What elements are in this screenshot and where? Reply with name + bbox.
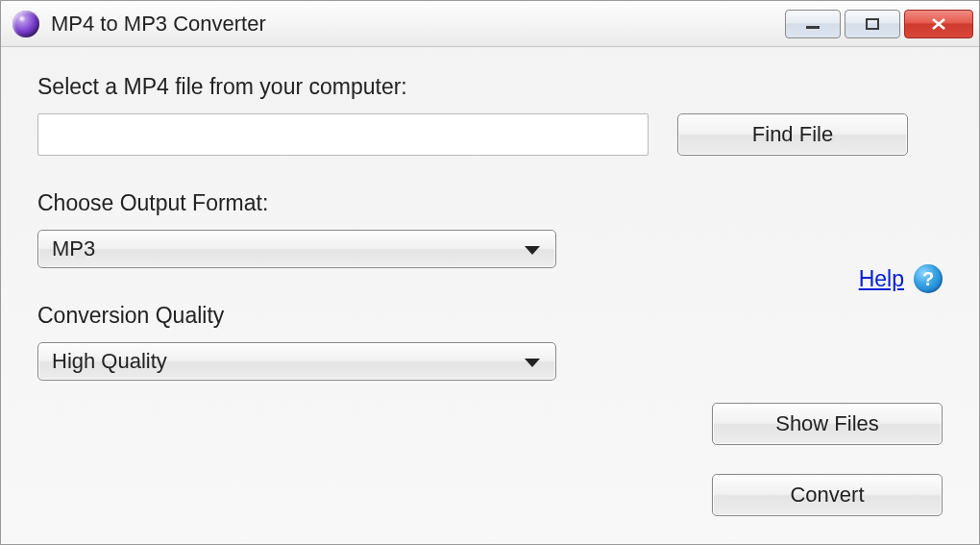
content-area: Select a MP4 file from your computer: Fi… [1, 47, 979, 544]
svg-marker-5 [525, 359, 540, 367]
right-buttons: Show Files Convert [712, 403, 943, 516]
chevron-down-icon [525, 349, 540, 374]
quality-section: Conversion Quality High Quality [37, 303, 943, 381]
format-selected-value: MP3 [52, 236, 95, 261]
minimize-icon [804, 17, 821, 31]
app-window: MP4 to MP3 Converter Select a M [0, 0, 980, 545]
window-controls [785, 10, 973, 38]
help-icon[interactable]: ? [914, 264, 943, 293]
svg-rect-0 [806, 26, 820, 29]
app-icon [12, 11, 39, 37]
quality-selected-value: High Quality [52, 349, 167, 374]
find-file-button[interactable]: Find File [677, 113, 908, 156]
file-row: Find File [37, 113, 943, 156]
titlebar: MP4 to MP3 Converter [1, 1, 979, 47]
minimize-button[interactable] [785, 10, 841, 38]
output-format-label: Choose Output Format: [37, 190, 943, 216]
maximize-button[interactable] [845, 10, 900, 38]
help-link[interactable]: Help [859, 266, 904, 292]
select-file-label: Select a MP4 file from your computer: [37, 74, 943, 100]
maximize-icon [864, 17, 881, 31]
format-section: Choose Output Format: MP3 [37, 190, 943, 268]
help-area: Help ? [859, 264, 943, 293]
close-icon [930, 17, 947, 31]
show-files-button[interactable]: Show Files [712, 403, 943, 445]
quality-label: Conversion Quality [37, 303, 943, 329]
file-path-input[interactable] [37, 113, 649, 156]
close-button[interactable] [904, 10, 973, 38]
quality-dropdown[interactable]: High Quality [37, 342, 556, 381]
chevron-down-icon [525, 236, 540, 261]
file-select-section: Select a MP4 file from your computer: Fi… [37, 74, 943, 156]
window-title: MP4 to MP3 Converter [51, 12, 785, 37]
format-dropdown[interactable]: MP3 [37, 230, 556, 268]
svg-rect-1 [867, 19, 878, 29]
quality-row: High Quality [37, 342, 943, 381]
convert-button[interactable]: Convert [712, 474, 943, 516]
svg-marker-4 [525, 246, 540, 255]
